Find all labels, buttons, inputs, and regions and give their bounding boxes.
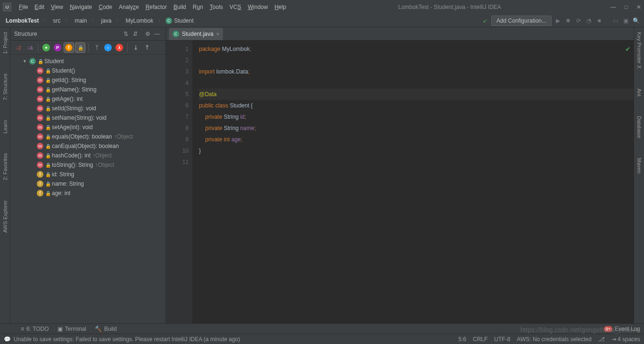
status-encoding[interactable]: UTF-8 bbox=[494, 336, 510, 343]
show-lambda-icon[interactable]: λ bbox=[114, 42, 124, 53]
tree-member[interactable]: m🔒getId(): String bbox=[10, 75, 165, 85]
tool-ant[interactable]: Ant bbox=[636, 86, 642, 99]
tree-member[interactable]: f🔒age: int bbox=[10, 188, 165, 198]
menu-edit[interactable]: Edit bbox=[32, 2, 47, 12]
status-caret-pos[interactable]: 5:6 bbox=[458, 336, 466, 343]
make-icon[interactable]: ↙ bbox=[481, 16, 489, 25]
tool-todo[interactable]: ≡6: TODO bbox=[21, 326, 49, 332]
code-editor[interactable]: ✔ package MyLombok; import lombok.Data; … bbox=[192, 41, 634, 323]
lock-icon: 🔒 bbox=[45, 125, 50, 130]
autoscroll-from-icon[interactable]: ⤒ bbox=[142, 42, 152, 53]
close-icon[interactable]: ✕ bbox=[636, 4, 641, 10]
menu-run[interactable]: Run bbox=[190, 2, 206, 12]
lock-icon: 🔒 bbox=[45, 144, 50, 148]
coverage-icon[interactable]: ⟳ bbox=[574, 16, 583, 25]
tool-keypromoter[interactable]: Key Promoter X bbox=[636, 29, 642, 72]
autoscroll-to-icon[interactable]: ⤓ bbox=[131, 42, 141, 53]
tree-member[interactable]: f🔒id: String bbox=[10, 170, 165, 179]
show-anonymous-icon[interactable]: ○ bbox=[103, 42, 113, 53]
crumb-java[interactable]: java bbox=[99, 16, 113, 25]
crumb-src[interactable]: src bbox=[51, 16, 62, 25]
menu-tools[interactable]: Tools bbox=[207, 2, 226, 12]
tree-member[interactable]: m🔒getName(): String bbox=[10, 85, 165, 94]
tree-member[interactable]: m🔒setId(String): void bbox=[10, 104, 165, 113]
layout-icon[interactable]: ▣ bbox=[621, 16, 630, 25]
status-line-sep[interactable]: CRLF bbox=[473, 336, 487, 343]
menu-build[interactable]: Build bbox=[171, 2, 189, 12]
tab-close-icon[interactable]: × bbox=[216, 31, 219, 37]
menu-navigate[interactable]: Navigate bbox=[67, 2, 95, 12]
tree-member[interactable]: m🔒canEqual(Object): boolean bbox=[10, 141, 165, 151]
tree-member[interactable]: m🔒hashCode(): int ↑Object bbox=[10, 151, 165, 160]
menu-view[interactable]: View bbox=[48, 2, 66, 12]
tree-root[interactable]: ▼ C 🔒 Student bbox=[10, 57, 165, 66]
tree-member[interactable]: m🔒Student() bbox=[10, 66, 165, 75]
menu-refactor[interactable]: Refactor bbox=[143, 2, 170, 12]
method-icon: m bbox=[37, 162, 43, 168]
tree-member[interactable]: m🔒toString(): String ↑Object bbox=[10, 160, 165, 170]
tool-maven[interactable]: Maven bbox=[636, 155, 642, 176]
show-protected-icon[interactable]: P bbox=[52, 42, 63, 53]
debug-icon[interactable]: ✱ bbox=[564, 16, 572, 25]
sort-vis-icon[interactable]: ↓a bbox=[25, 42, 35, 53]
tree-member-label: getId(): String bbox=[52, 77, 86, 83]
gear-icon[interactable]: ⚙ bbox=[143, 29, 152, 39]
stop-icon[interactable]: ■ bbox=[595, 16, 603, 25]
tab-student-java[interactable]: C Student.java × bbox=[169, 28, 223, 40]
add-configuration-button[interactable]: Add Configuration... bbox=[491, 16, 552, 26]
tool-terminal[interactable]: ▣Terminal bbox=[58, 326, 86, 332]
menu-vcs[interactable]: VCS bbox=[227, 2, 244, 12]
tool-aws-explorer[interactable]: AWS Explorer bbox=[2, 197, 8, 236]
crumb-main[interactable]: main bbox=[73, 16, 89, 25]
lock-icon: 🔒 bbox=[45, 78, 50, 82]
show-private-icon[interactable]: 🔒 bbox=[75, 42, 85, 53]
tree-member-label: getName(): String bbox=[52, 86, 97, 93]
menu-help[interactable]: Help bbox=[272, 2, 289, 12]
menu-analyze[interactable]: Analyze bbox=[116, 2, 142, 12]
tool-build[interactable]: 🔨Build bbox=[95, 326, 117, 332]
tree-member[interactable]: m🔒equals(Object): boolean ↑Object bbox=[10, 132, 165, 141]
method-icon: m bbox=[37, 86, 43, 93]
inspection-ok-icon[interactable]: ✔ bbox=[625, 43, 631, 55]
status-git-icon[interactable]: ⎇ bbox=[598, 336, 605, 343]
main-menu: File Edit View Navigate Code Analyze Ref… bbox=[16, 2, 289, 12]
show-public-icon[interactable]: ● bbox=[41, 42, 51, 53]
expand-icon[interactable]: ⇅ bbox=[121, 29, 131, 39]
breadcrumb: LombokTest〉 src〉 main〉 java〉 MyLombok〉 C… bbox=[4, 16, 194, 25]
status-indent[interactable]: ⇥ 4 spaces bbox=[611, 336, 640, 343]
lock-icon: 🔒 bbox=[45, 68, 50, 73]
show-fields-icon[interactable]: f bbox=[64, 42, 74, 53]
crumb-project[interactable]: LombokTest bbox=[4, 16, 41, 25]
tool-learn[interactable]: Learn bbox=[2, 117, 8, 136]
search-icon[interactable]: 🔍 bbox=[632, 16, 640, 25]
hide-icon[interactable]: — bbox=[152, 29, 162, 39]
notification-icon[interactable]: 💬 bbox=[4, 336, 11, 343]
lock-icon: 🔒 bbox=[38, 59, 42, 64]
method-icon: m bbox=[37, 133, 43, 140]
status-aws[interactable]: AWS: No credentials selected bbox=[517, 336, 591, 343]
show-inherited-icon[interactable]: ᛉ bbox=[91, 42, 102, 53]
chevron-down-icon[interactable]: ▼ bbox=[23, 59, 27, 64]
tree-member[interactable]: m🔒getAge(): int bbox=[10, 94, 165, 104]
crumb-package[interactable]: MyLombok bbox=[124, 16, 155, 25]
menu-file[interactable]: File bbox=[16, 2, 31, 12]
gutter[interactable]: 1234567891011 bbox=[166, 41, 192, 323]
tool-favorites[interactable]: 2: Favorites bbox=[2, 150, 8, 183]
run-icon[interactable]: ▶ bbox=[553, 16, 562, 25]
crumb-class[interactable]: C Student bbox=[165, 17, 193, 24]
project-view-icon[interactable]: ▭ bbox=[611, 16, 619, 25]
tree-member[interactable]: f🔒name: String bbox=[10, 179, 165, 188]
maximize-icon[interactable]: □ bbox=[625, 4, 628, 10]
sort-alpha-icon[interactable]: ↓z bbox=[13, 42, 24, 53]
menu-window[interactable]: Window bbox=[245, 2, 271, 12]
minimize-icon[interactable]: — bbox=[611, 4, 616, 10]
collapse-icon[interactable]: ⇵ bbox=[131, 29, 140, 39]
tool-project[interactable]: 1: Project bbox=[2, 29, 8, 57]
profile-icon[interactable]: ◔ bbox=[585, 16, 593, 25]
tool-event-log[interactable]: 9+Event Log bbox=[604, 326, 640, 332]
tree-member[interactable]: m🔒setAge(int): void bbox=[10, 123, 165, 132]
menu-code[interactable]: Code bbox=[96, 2, 115, 12]
tool-database[interactable]: Database bbox=[636, 113, 642, 141]
tree-member[interactable]: m🔒setName(String): void bbox=[10, 113, 165, 123]
tool-structure[interactable]: 7: Structure bbox=[2, 71, 8, 103]
